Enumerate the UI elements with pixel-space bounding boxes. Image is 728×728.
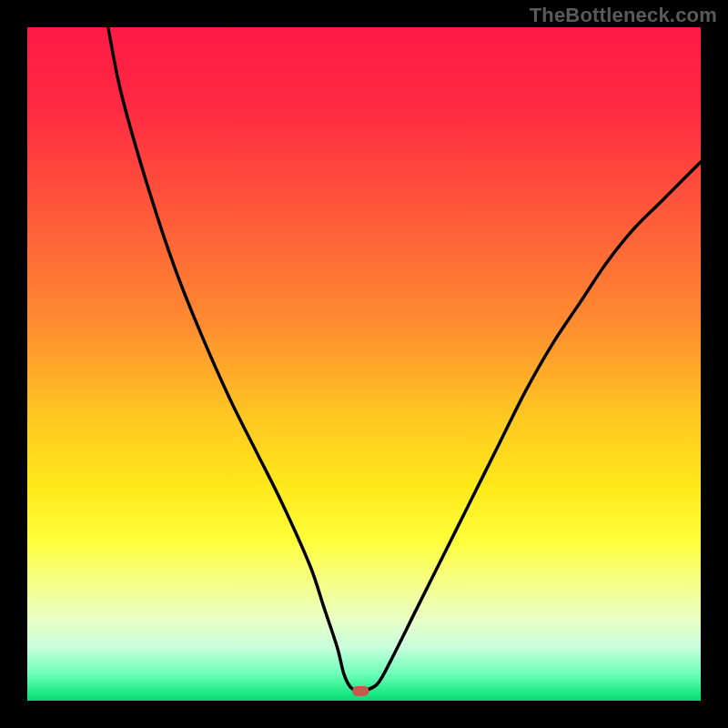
minimum-marker [352, 686, 369, 696]
chart-frame: TheBottleneck.com [0, 0, 728, 728]
plot-area [27, 27, 701, 701]
curve-svg [27, 27, 701, 701]
bottleneck-curve [108, 27, 701, 692]
watermark-text: TheBottleneck.com [530, 4, 717, 27]
